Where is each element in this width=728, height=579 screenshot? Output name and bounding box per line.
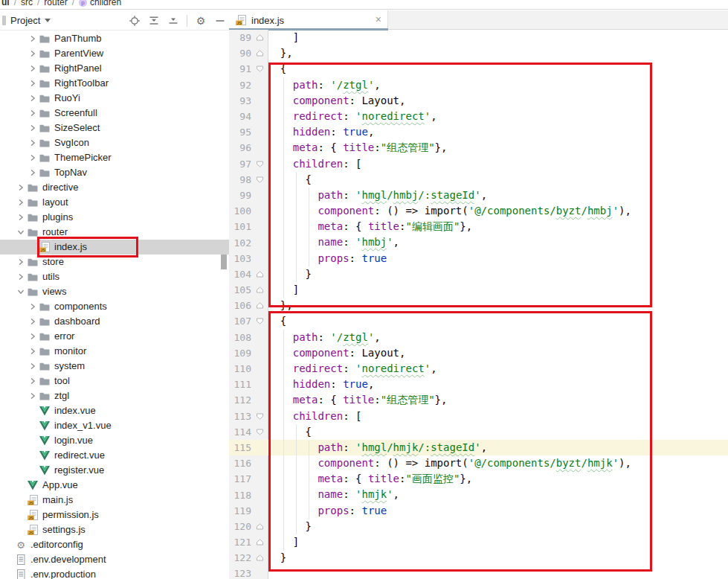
project-view-selector[interactable]: Project <box>10 15 40 26</box>
tree-item-sizeselect[interactable]: SizeSelect <box>0 121 229 135</box>
tree-item-ruoyi[interactable]: RuoYi <box>0 91 229 106</box>
chevron-right-icon[interactable] <box>27 107 39 119</box>
tree-item-permission-js[interactable]: JSpermission.js <box>0 508 229 522</box>
close-icon[interactable]: × <box>376 13 381 25</box>
fold-end-icon[interactable] <box>251 519 268 534</box>
chevron-spacer <box>3 539 15 551</box>
tree-item-system[interactable]: system <box>0 359 229 374</box>
chevron-right-icon[interactable] <box>27 316 39 327</box>
chevron-right-icon[interactable] <box>15 182 27 193</box>
vue-file-icon <box>27 479 39 491</box>
chevron-right-icon[interactable] <box>27 345 39 357</box>
expand-all-icon[interactable] <box>148 15 160 27</box>
chevron-right-icon[interactable] <box>27 33 39 45</box>
chevron-right-icon[interactable] <box>27 375 39 387</box>
fold-end-icon[interactable] <box>251 266 268 282</box>
fold-spacer <box>251 93 268 109</box>
chevron-down-icon[interactable] <box>15 286 27 298</box>
fold-expanded-icon[interactable] <box>251 409 268 424</box>
tree-item-redirect-vue[interactable]: redirect.vue <box>0 448 229 463</box>
chevron-right-icon[interactable] <box>27 77 39 89</box>
fold-end-icon[interactable] <box>251 534 268 550</box>
tree-item-tool[interactable]: tool <box>0 374 229 388</box>
tree-item-parentview[interactable]: ParentView <box>0 46 229 61</box>
fold-spacer <box>251 471 268 487</box>
tree-item-login-vue[interactable]: login.vue <box>0 433 229 448</box>
tree-item-rightpanel[interactable]: RightPanel <box>0 61 229 76</box>
tree-item-directive[interactable]: directive <box>0 180 229 195</box>
tree-item-label: permission.js <box>42 508 99 522</box>
tree-item-error[interactable]: error <box>0 329 229 344</box>
fold-end-icon[interactable] <box>251 45 268 61</box>
tree-item-svgicon[interactable]: SvgIcon <box>0 135 229 150</box>
breadcrumb-item-children[interactable]: children <box>90 0 121 7</box>
chevron-right-icon[interactable] <box>27 48 39 60</box>
fold-expanded-icon[interactable] <box>251 313 268 329</box>
tree-item-plugins[interactable]: plugins <box>0 210 229 225</box>
chevron-down-icon[interactable] <box>15 226 27 238</box>
folder-icon <box>39 152 51 164</box>
tree-item-main-js[interactable]: JSmain.js <box>0 493 229 508</box>
chevron-right-icon[interactable] <box>27 390 39 402</box>
tree-item-themepicker[interactable]: ThemePicker <box>0 150 229 165</box>
tree-item-views[interactable]: views <box>0 284 229 299</box>
tree-item--editorconfig[interactable]: ⚙.editorconfig <box>0 537 229 552</box>
tree-item--env-production[interactable]: .env.production <box>0 567 229 579</box>
tree-item-settings-js[interactable]: JSsettings.js <box>0 522 229 537</box>
chevron-right-icon[interactable] <box>27 137 39 149</box>
fold-expanded-icon[interactable] <box>251 424 268 440</box>
tree-item-register-vue[interactable]: register.vue <box>0 463 229 478</box>
tree-item-screenfull[interactable]: Screenfull <box>0 106 229 121</box>
chevron-right-icon[interactable] <box>27 63 39 74</box>
chevron-right-icon[interactable] <box>27 360 39 372</box>
tree-item-components[interactable]: components <box>0 299 229 314</box>
tree-scrollbar-thumb[interactable] <box>221 255 227 269</box>
breadcrumb-item-router[interactable]: router <box>44 0 67 7</box>
chevron-right-icon[interactable] <box>15 256 27 268</box>
tree-item-righttoolbar[interactable]: RightToolbar <box>0 76 229 91</box>
chevron-right-icon[interactable] <box>15 271 27 283</box>
tree-item-index-vue[interactable]: index.vue <box>0 403 229 418</box>
chevron-spacer <box>3 554 15 566</box>
fold-expanded-icon[interactable] <box>251 61 268 77</box>
gear-icon[interactable]: ⚙ <box>195 15 207 27</box>
tree-item--env-development[interactable]: .env.development <box>0 552 229 567</box>
chevron-right-icon[interactable] <box>27 122 39 134</box>
chevron-right-icon[interactable] <box>27 92 39 104</box>
locate-file-icon[interactable] <box>129 15 141 27</box>
chevron-right-icon[interactable] <box>27 152 39 164</box>
fold-end-icon[interactable] <box>251 282 268 298</box>
tree-item-ztgl[interactable]: ztgl <box>0 388 229 403</box>
breadcrumb-item-src[interactable]: src <box>21 0 33 7</box>
line-number: 106 <box>229 300 251 311</box>
tree-item-layout[interactable]: layout <box>0 195 229 210</box>
line-number: 119 <box>229 505 251 516</box>
fold-end-icon[interactable] <box>251 30 268 45</box>
tree-item-utils[interactable]: utils <box>0 269 229 284</box>
line-number: 117 <box>229 473 251 484</box>
chevron-spacer <box>27 435 39 447</box>
chevron-right-icon[interactable] <box>27 167 39 179</box>
chevron-right-icon[interactable] <box>15 211 27 223</box>
fold-expanded-icon[interactable] <box>251 172 268 188</box>
tree-item-topnav[interactable]: TopNav <box>0 165 229 180</box>
chevron-right-icon[interactable] <box>27 330 39 342</box>
tab-index-js[interactable]: JS index.js × <box>229 10 388 30</box>
tree-item-label: RuoYi <box>54 91 80 106</box>
tree-item-app-vue[interactable]: App.vue <box>0 478 229 493</box>
fold-expanded-icon[interactable] <box>251 156 268 172</box>
chevron-right-icon[interactable] <box>27 301 39 313</box>
tree-item-monitor[interactable]: monitor <box>0 344 229 359</box>
fold-end-icon[interactable] <box>251 550 268 566</box>
fold-end-icon[interactable] <box>251 298 268 313</box>
hide-panel-icon[interactable] <box>214 15 226 27</box>
line-number: 101 <box>229 221 251 232</box>
line-number: 109 <box>229 348 251 359</box>
breadcrumb-root[interactable]: ui <box>1 0 10 7</box>
chevron-right-icon[interactable] <box>15 196 27 208</box>
tree-item-panthumb[interactable]: PanThumb <box>0 31 229 46</box>
collapse-all-icon[interactable] <box>167 15 179 27</box>
tree-item-dashboard[interactable]: dashboard <box>0 314 229 329</box>
tree-item-index-v1-vue[interactable]: index_v1.vue <box>0 418 229 433</box>
folder-icon <box>27 271 39 283</box>
